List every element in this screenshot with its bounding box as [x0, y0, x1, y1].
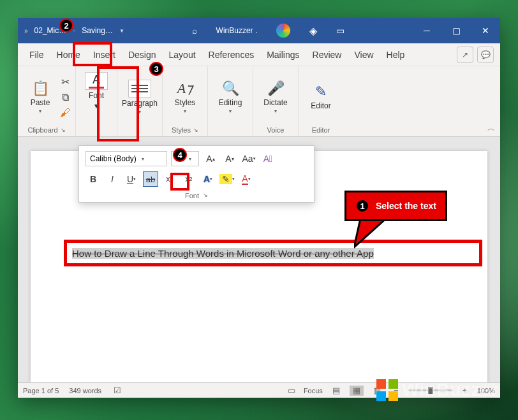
font-panel-label: Font — [185, 192, 199, 199]
print-layout-icon[interactable]: ▦ — [350, 386, 364, 396]
svg-marker-0 — [354, 219, 386, 247]
annotation-badge-1: 1 — [355, 199, 369, 213]
group-voice: 🎤 Dictate ▾ Voice — [253, 66, 299, 136]
editing-button[interactable]: 🔍 Editing ▾ — [213, 72, 248, 122]
annotation-badge-2: 2 — [59, 18, 73, 33]
search-icon[interactable]: ⌕ — [192, 25, 197, 36]
annotation-box-home — [73, 42, 112, 66]
tab-view[interactable]: View — [349, 47, 378, 62]
annotation-badge-3: 3 — [149, 62, 163, 76]
focus-icon[interactable]: ▭ — [286, 386, 297, 395]
copy-icon[interactable]: ⧉ — [62, 92, 69, 103]
editor-label: Editor — [311, 101, 330, 110]
highlight-button[interactable]: ✎▾ — [219, 171, 235, 187]
clipboard-group-label: Clipboard — [27, 126, 57, 134]
save-status: Saving… — [82, 26, 113, 35]
editor-button[interactable]: ✎ Editor — [304, 72, 338, 122]
paste-label: Paste — [31, 98, 50, 107]
increase-font-icon[interactable]: A▴ — [203, 151, 218, 166]
font-name-select[interactable]: Calibri (Body)▾ — [85, 151, 167, 166]
voice-group-label: Voice — [267, 126, 285, 134]
watermark-logo-icon — [376, 379, 398, 401]
styles-launcher-icon[interactable]: ↘ — [193, 127, 198, 133]
text-effects-button[interactable]: A▾ — [200, 171, 216, 187]
annotation-box-font — [97, 66, 139, 141]
annotation-callout-text: Select the text — [376, 201, 436, 211]
group-styles: A⁊ Styles ▾ Styles↘ — [163, 66, 208, 136]
italic-button[interactable]: I — [105, 171, 120, 187]
share-button[interactable]: ↗ — [457, 47, 473, 63]
comments-button[interactable]: 💬 — [477, 47, 494, 63]
annotation-callout-1: 1 Select the text — [344, 191, 447, 221]
chevron-down-icon: ▾ — [274, 108, 277, 114]
minimize-button[interactable]: ─ — [412, 18, 441, 43]
cut-icon[interactable]: ✂ — [61, 76, 70, 88]
microphone-icon: 🎤 — [267, 80, 285, 97]
paste-button[interactable]: 📋 Paste ▾ — [23, 72, 57, 122]
tab-design[interactable]: Design — [123, 47, 161, 62]
page-indicator[interactable]: Page 1 of 5 — [23, 387, 59, 395]
change-case-button[interactable]: Aa▾ — [241, 151, 256, 166]
tab-mailings[interactable]: Mailings — [262, 47, 304, 62]
tab-file[interactable]: File — [24, 47, 49, 62]
focus-label[interactable]: Focus — [304, 387, 323, 395]
titlebar: » 02_Mic… - Saving… ▼ ⌕ WinBuzzer . ◈ ▭ … — [18, 18, 500, 43]
format-painter-icon[interactable]: 🖌 — [60, 107, 70, 119]
decrease-font-icon[interactable]: A▾ — [222, 151, 237, 166]
group-editing: 🔍 Editing ▾ — [208, 66, 253, 136]
strikethrough-button[interactable]: ab — [143, 171, 158, 187]
clipboard-launcher-icon[interactable]: ↘ — [61, 127, 66, 133]
selected-text-highlight: How to Draw a Line Through Words in Micr… — [64, 240, 482, 266]
dictate-label: Dictate — [263, 98, 287, 107]
maximize-button[interactable]: ▢ — [441, 18, 471, 43]
annotation-badge-4: 4 — [173, 148, 187, 162]
clear-formatting-icon[interactable]: A⃠ — [260, 151, 276, 166]
clipboard-icon: 📋 — [32, 80, 49, 97]
premium-icon[interactable]: ◈ — [309, 25, 317, 37]
styles-group-label: Styles — [172, 126, 191, 134]
chevron-down-icon: ▾ — [39, 108, 41, 114]
group-editor: ✎ Editor Editor — [299, 66, 343, 136]
editing-label: Editing — [219, 98, 242, 107]
selected-text[interactable]: How to Draw a Line Through Words in Micr… — [72, 248, 374, 259]
search-icon: 🔍 — [222, 80, 239, 97]
brand-name: WinBuzzer . — [216, 26, 258, 35]
group-clipboard: 📋 Paste ▾ ✂ ⧉ 🖌 Clipboard↘ — [18, 66, 76, 136]
user-avatar[interactable] — [276, 24, 290, 38]
ribbon: 📋 Paste ▾ ✂ ⧉ 🖌 Clipboard↘ A Font ▾ — [18, 66, 500, 137]
annotation-callout-tail — [354, 219, 392, 250]
read-mode-icon[interactable]: ▤ — [329, 386, 343, 396]
watermark: WinBuzzer — [376, 379, 499, 401]
chevron-down-icon: ▾ — [184, 108, 186, 114]
styles-icon: A⁊ — [177, 80, 193, 97]
app-mode-icon[interactable]: ▭ — [336, 25, 344, 36]
tab-references[interactable]: References — [204, 47, 260, 62]
word-count[interactable]: 349 words — [69, 387, 101, 395]
autosave-dropdown-icon[interactable]: ▼ — [119, 28, 124, 34]
qa-overflow-icon[interactable]: » — [24, 27, 28, 34]
dictate-button[interactable]: 🎤 Dictate ▾ — [258, 72, 293, 122]
font-mini-toolbar: Calibri (Body)▾ 12▾ A▴ A▾ Aa▾ A⃠ B I U▾ … — [78, 145, 314, 203]
bold-button[interactable]: B — [85, 171, 101, 187]
close-button[interactable]: ✕ — [471, 18, 500, 43]
tab-help[interactable]: Help — [381, 47, 410, 62]
collapse-ribbon-icon[interactable]: ︿ — [487, 123, 495, 134]
chevron-down-icon: ▾ — [229, 108, 232, 114]
styles-label: Styles — [175, 98, 196, 107]
editor-icon: ✎ — [315, 83, 327, 100]
tab-layout[interactable]: Layout — [164, 47, 201, 62]
editor-group-label: Editor — [312, 126, 330, 134]
font-color-button[interactable]: A▾ — [239, 171, 254, 187]
tab-review[interactable]: Review — [307, 47, 347, 62]
spellcheck-icon[interactable]: ☑ — [112, 386, 123, 395]
annotation-box-strike — [170, 173, 189, 191]
styles-button[interactable]: A⁊ Styles ▾ — [168, 72, 202, 122]
underline-button[interactable]: U▾ — [124, 171, 139, 187]
font-launcher-icon[interactable]: ↘ — [203, 192, 208, 199]
watermark-text: WinBuzzer — [402, 380, 499, 400]
